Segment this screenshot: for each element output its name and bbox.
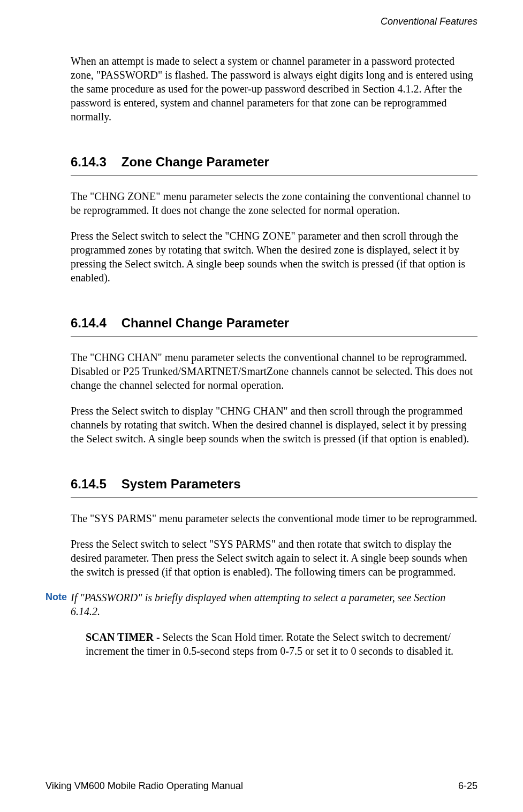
scan-timer-item: SCAN TIMER - Selects the Scan Hold timer… [86,630,477,658]
footer-page-number: 6-25 [458,780,477,792]
section-heading-zone-change: 6.14.3Zone Change Parameter [71,155,477,175]
section-heading-system-parameters: 6.14.5System Parameters [71,477,477,497]
footer-title: Viking VM600 Mobile Radio Operating Manu… [46,780,243,792]
section-title: Channel Change Parameter [122,316,289,331]
section2-p1: The "CHNG CHAN" menu parameter selects t… [71,350,477,392]
section-title: Zone Change Parameter [122,155,269,170]
note-block: Note If "PASSWORD" is briefly displayed … [46,591,477,618]
section-number: 6.14.5 [71,477,107,492]
page-container: Conventional Features When an attempt is… [0,0,523,812]
section-heading-channel-change: 6.14.4Channel Change Parameter [71,316,477,336]
note-label: Note [46,591,71,618]
section1-p1: The "CHNG ZONE" menu parameter selects t… [71,189,477,217]
section-number: 6.14.3 [71,155,107,170]
page-footer: Viking VM600 Mobile Radio Operating Manu… [46,780,477,792]
section-title: System Parameters [122,477,241,492]
note-text: If "PASSWORD" is briefly displayed when … [71,591,477,618]
section1-p2: Press the Select switch to select the "C… [71,229,477,285]
section3-p1: The "SYS PARMS" menu parameter selects t… [71,511,477,525]
section-number: 6.14.4 [71,316,107,331]
section2-p2: Press the Select switch to display "CHNG… [71,404,477,446]
section3-p2: Press the Select switch to select "SYS P… [71,537,477,579]
scan-timer-label: SCAN TIMER [86,631,154,643]
intro-paragraph: When an attempt is made to select a syst… [71,54,477,124]
content-body: When an attempt is made to select a syst… [71,54,477,658]
chapter-title: Conventional Features [46,16,477,27]
